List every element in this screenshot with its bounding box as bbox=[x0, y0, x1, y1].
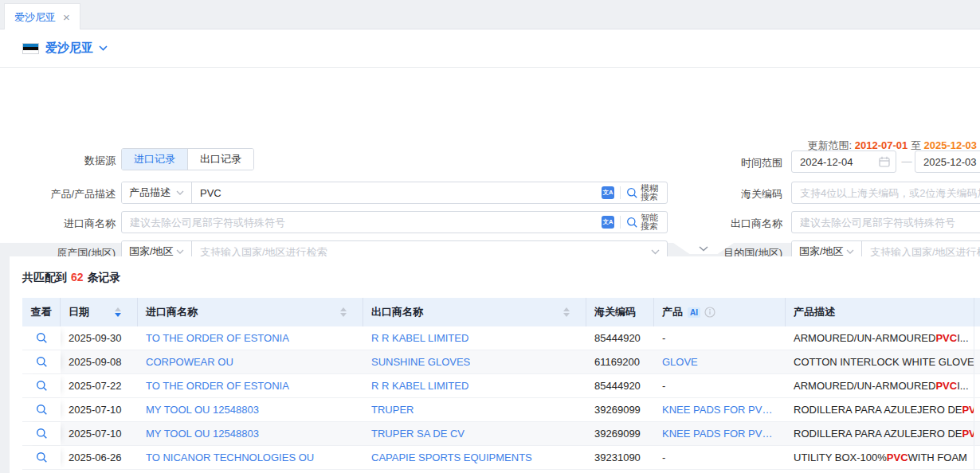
exporter-input[interactable] bbox=[792, 212, 980, 233]
sort-date-button[interactable] bbox=[115, 307, 121, 317]
product-link[interactable]: KNEE PADS FOR PVC T... bbox=[662, 428, 778, 440]
magnifier-icon[interactable] bbox=[36, 404, 48, 416]
fuzzy-search-button[interactable]: 模糊搜索 bbox=[626, 184, 660, 201]
exporter-link[interactable]: R R KABEL LIMITED bbox=[371, 380, 468, 392]
row-view-button[interactable] bbox=[22, 374, 61, 397]
product-link[interactable]: GLOVE bbox=[662, 356, 698, 368]
importer-link[interactable]: TO THE ORDER OF ESTONIA bbox=[146, 380, 289, 392]
product-input[interactable] bbox=[192, 182, 598, 203]
translate-icon[interactable]: 文A bbox=[602, 186, 614, 199]
translate-icon[interactable]: 文A bbox=[602, 216, 614, 229]
table-row: 2025-07-10MY TOOL OU 12548803TRUPER39269… bbox=[22, 398, 980, 422]
tab-estonia[interactable]: 爱沙尼亚 × bbox=[4, 3, 80, 30]
import-records-tab[interactable]: 进口记录 bbox=[122, 149, 187, 170]
table-row: 2025-07-22TO THE ORDER OF ESTONIAR R KAB… bbox=[22, 374, 980, 398]
info-icon[interactable] bbox=[704, 307, 715, 318]
product-type-select[interactable]: 产品描述 bbox=[122, 182, 192, 203]
sort-exporter-button[interactable] bbox=[563, 307, 570, 317]
magnifier-icon[interactable] bbox=[36, 452, 48, 463]
export-records-tab[interactable]: 出口记录 bbox=[187, 149, 253, 170]
importer-link[interactable]: TO NICANOR TECHNOLOGIES OU bbox=[146, 452, 314, 463]
product-cell: - bbox=[654, 446, 786, 469]
importer-link[interactable]: MY TOOL OU 12548803 bbox=[146, 404, 259, 416]
sort-importer-button[interactable] bbox=[340, 307, 347, 317]
calendar-icon[interactable] bbox=[879, 156, 890, 167]
product-link[interactable]: KNEE PADS FOR PVC T... bbox=[662, 404, 778, 416]
product-label: 产品/产品描述 bbox=[18, 187, 116, 201]
exporter-search-field bbox=[791, 211, 980, 233]
exporter-link[interactable]: R R KABEL LIMITED bbox=[371, 332, 468, 344]
importer-search-field: 文A 智能搜索 bbox=[121, 211, 668, 233]
exporter-cell: TRUPER bbox=[363, 398, 586, 421]
importer-input-tools: 文A 智能搜索 bbox=[598, 213, 667, 231]
importer-input[interactable] bbox=[122, 212, 598, 233]
magnifier-icon[interactable] bbox=[36, 380, 48, 392]
column-date-label: 日期 bbox=[69, 305, 89, 319]
row-view-button[interactable] bbox=[22, 350, 61, 373]
end-date-input[interactable] bbox=[915, 156, 980, 168]
time-range-label: 时间范围 bbox=[685, 156, 782, 170]
chevron-down-icon[interactable] bbox=[99, 45, 108, 51]
row-date: 2025-07-10 bbox=[61, 398, 138, 421]
hs-code-cell: 39231090 bbox=[586, 446, 654, 469]
data-source-switch: 进口记录 出口记录 bbox=[121, 148, 254, 170]
row-date: 2025-07-10 bbox=[61, 422, 138, 445]
hs-code-cell: 39269099 bbox=[586, 422, 654, 445]
date-range-dash: — bbox=[899, 150, 915, 173]
column-sliver bbox=[974, 298, 980, 326]
row-view-button[interactable] bbox=[22, 326, 61, 350]
summary-suffix: 条记录 bbox=[88, 271, 121, 283]
filter-panel: 数据源 进口记录 出口记录 更新范围: 2012-07-01 至 2025-12… bbox=[0, 68, 980, 243]
magnifier-icon[interactable] bbox=[36, 332, 48, 344]
chevron-down-icon bbox=[846, 249, 854, 254]
magnifier-icon[interactable] bbox=[36, 356, 48, 368]
exporter-link[interactable]: CAPAPIE SPORTS EQUIPMENTS bbox=[371, 452, 532, 463]
hs-code-label: 海关编码 bbox=[685, 187, 782, 201]
row-view-button[interactable] bbox=[22, 422, 61, 445]
exporter-link[interactable]: TRUPER bbox=[371, 404, 414, 416]
hs-code-cell: 85444920 bbox=[586, 326, 654, 350]
hs-code-input[interactable] bbox=[792, 182, 980, 203]
chevron-down-icon bbox=[176, 190, 184, 195]
chevron-down-icon bbox=[699, 246, 708, 252]
tab-bar: 爱沙尼亚 × bbox=[0, 0, 980, 29]
end-date-picker[interactable] bbox=[915, 150, 980, 173]
importer-link[interactable]: TO THE ORDER OF ESTONIA bbox=[146, 332, 289, 344]
importer-cell: CORPOWEAR OU bbox=[138, 350, 363, 373]
description-cell: RODILLERA PARA AZULEJERO DE PVC bbox=[786, 422, 974, 445]
importer-cell: MY TOOL OU 12548803 bbox=[138, 398, 363, 421]
row-date: 2025-09-30 bbox=[61, 326, 138, 350]
update-start-date: 2012-07-01 bbox=[855, 139, 908, 151]
row-view-button[interactable] bbox=[22, 446, 61, 469]
start-date-picker[interactable] bbox=[791, 150, 896, 173]
column-product: 产品 AI bbox=[654, 298, 786, 326]
app-window: 爱沙尼亚 × 爱沙尼亚 数据源 进口记录 出口记录 更新范围: 2012-07-… bbox=[0, 0, 980, 473]
row-sliver bbox=[974, 422, 980, 445]
magnifier-icon[interactable] bbox=[36, 428, 48, 440]
results-count: 62 bbox=[67, 271, 88, 283]
importer-link[interactable]: CORPOWEAR OU bbox=[146, 356, 233, 368]
close-icon[interactable]: × bbox=[63, 11, 70, 23]
hs-code-cell: 39269099 bbox=[586, 398, 654, 421]
smart-search-button[interactable]: 智能搜索 bbox=[626, 213, 660, 231]
highlighted-keyword: PVC bbox=[962, 428, 974, 440]
row-date: 2025-09-08 bbox=[61, 350, 138, 373]
hs-code-field bbox=[791, 182, 980, 204]
table-row: 2025-07-10MY TOOL OU 12548803TRUPER SA D… bbox=[22, 422, 980, 446]
tab-title[interactable]: 爱沙尼亚 bbox=[14, 10, 56, 25]
country-selector[interactable]: 爱沙尼亚 bbox=[45, 41, 108, 56]
column-product-label: 产品 bbox=[662, 305, 683, 319]
chevron-down-icon[interactable] bbox=[651, 249, 660, 255]
description-cell: RODILLERA PARA AZULEJERO DE PVC bbox=[786, 398, 974, 421]
exporter-link[interactable]: SUNSHINE GLOVES bbox=[371, 356, 470, 368]
exporter-link[interactable]: TRUPER SA DE CV bbox=[371, 428, 465, 440]
product-cell: - bbox=[654, 326, 786, 350]
column-importer: 进口商名称 bbox=[138, 298, 363, 326]
estonia-flag-icon bbox=[22, 43, 39, 54]
update-range-label: 更新范围: bbox=[808, 139, 853, 151]
importer-link[interactable]: MY TOOL OU 12548803 bbox=[146, 428, 259, 440]
importer-cell: MY TOOL OU 12548803 bbox=[138, 422, 363, 445]
importer-cell: TO NICANOR TECHNOLOGIES OU bbox=[138, 446, 363, 469]
fuzzy-search-label: 模糊搜索 bbox=[641, 184, 660, 201]
row-view-button[interactable] bbox=[22, 398, 61, 421]
